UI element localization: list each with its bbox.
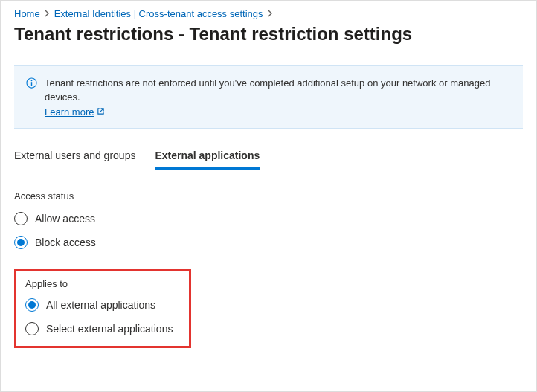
svg-point-1 bbox=[31, 80, 33, 81]
chevron-right-icon bbox=[268, 10, 273, 19]
learn-more-label: Learn more bbox=[45, 106, 94, 118]
applies-to-group: All external applications Select externa… bbox=[25, 298, 180, 335]
applies-to-highlight: Applies to All external applications Sel… bbox=[14, 269, 191, 348]
page-title: Tenant restrictions - Tenant restriction… bbox=[14, 24, 523, 45]
tab-users-groups[interactable]: External users and groups bbox=[14, 145, 135, 170]
breadcrumb-external-identities[interactable]: External Identities | Cross-tenant acces… bbox=[54, 8, 263, 19]
info-icon bbox=[26, 77, 37, 91]
access-status-group: Allow access Block access bbox=[14, 212, 523, 249]
tab-applications[interactable]: External applications bbox=[155, 145, 260, 170]
breadcrumb: Home External Identities | Cross-tenant … bbox=[14, 8, 523, 19]
applies-to-label: Applies to bbox=[25, 278, 180, 289]
radio-block-access[interactable]: Block access bbox=[14, 236, 523, 249]
info-banner: Tenant restrictions are not enforced unt… bbox=[14, 65, 523, 129]
radio-label: Allow access bbox=[35, 213, 95, 225]
access-status-label: Access status bbox=[14, 190, 523, 202]
radio-label: All external applications bbox=[46, 299, 155, 311]
chevron-right-icon bbox=[45, 10, 50, 19]
learn-more-link[interactable]: Learn more bbox=[45, 106, 105, 118]
radio-all-applications[interactable]: All external applications bbox=[25, 298, 180, 312]
radio-label: Select external applications bbox=[46, 323, 173, 335]
radio-allow-access[interactable]: Allow access bbox=[14, 212, 523, 225]
tab-bar: External users and groups External appli… bbox=[14, 145, 523, 170]
radio-select-applications[interactable]: Select external applications bbox=[25, 322, 180, 335]
radio-label: Block access bbox=[35, 237, 96, 248]
info-text: Tenant restrictions are not enforced unt… bbox=[45, 77, 490, 103]
radio-icon bbox=[14, 236, 28, 249]
radio-icon bbox=[14, 212, 28, 225]
external-link-icon bbox=[97, 106, 105, 118]
radio-icon bbox=[25, 322, 39, 335]
svg-rect-2 bbox=[31, 82, 32, 86]
breadcrumb-home[interactable]: Home bbox=[14, 8, 40, 19]
radio-icon bbox=[25, 298, 39, 312]
